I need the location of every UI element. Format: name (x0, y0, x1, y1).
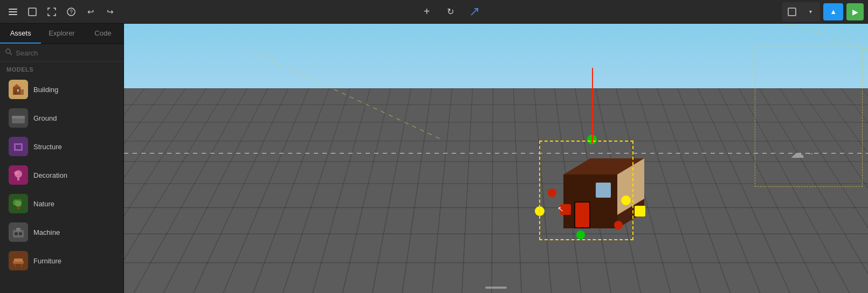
model-item-furniture[interactable]: Furniture (2, 247, 121, 275)
main-area: Assets Explorer Code Models (0, 24, 868, 293)
toolbar: ? ↩ ↪ + ↻ ▾ ▲ ▶ (0, 0, 868, 24)
toolbar-left: ? ↩ ↪ (4, 3, 119, 20)
nature-icon (9, 194, 28, 213)
bottom-resize-handle[interactable] (483, 282, 509, 293)
model-name-decoration: Decoration (33, 171, 67, 179)
svg-rect-35 (20, 264, 23, 267)
view-2d-button[interactable] (783, 3, 801, 20)
add-object-button[interactable]: + (418, 3, 436, 20)
play-icon: ▶ (852, 8, 858, 16)
undo-icon: ↩ (87, 7, 94, 17)
svg-rect-2 (9, 14, 17, 15)
machine-icon (9, 222, 28, 242)
svg-rect-33 (14, 259, 23, 262)
canvas-area[interactable]: ☁ → ↖ (124, 24, 868, 293)
model-name-furniture: Furniture (33, 257, 61, 265)
models-label: Models (0, 62, 123, 75)
model-item-machine[interactable]: Machine (2, 218, 121, 246)
model-list: Building Ground (0, 75, 123, 293)
model-name-building: Building (33, 86, 58, 94)
model-item-ground[interactable]: Ground (2, 104, 121, 132)
svg-rect-34 (14, 264, 16, 267)
svg-rect-7 (788, 8, 796, 16)
model-name-ground: Ground (33, 114, 57, 122)
svg-rect-20 (14, 149, 23, 151)
svg-rect-44 (635, 206, 645, 217)
search-icon (5, 48, 12, 57)
svg-rect-0 (9, 9, 17, 10)
model-name-machine: Machine (33, 228, 60, 236)
svg-rect-31 (16, 228, 20, 231)
svg-rect-16 (12, 116, 25, 118)
y-axis-handle (592, 68, 593, 143)
search-box (0, 44, 123, 62)
building-icon (9, 80, 28, 99)
svg-rect-22 (17, 177, 19, 180)
view-dropdown-button[interactable]: ▾ (802, 3, 819, 20)
arrow-icon: → (807, 149, 814, 158)
play-button[interactable]: ▶ (846, 3, 864, 20)
publish-button[interactable]: ▲ (823, 3, 843, 20)
svg-line-9 (10, 53, 12, 55)
model-item-structure[interactable]: Structure (2, 132, 121, 161)
furniture-icon (9, 251, 28, 270)
view-toggle-group: ▾ (782, 2, 820, 22)
svg-line-6 (471, 9, 478, 15)
tab-assets[interactable]: Assets (0, 24, 41, 44)
svg-rect-3 (29, 8, 36, 16)
toolbar-right: ▾ ▲ ▶ (782, 2, 864, 22)
model-item-decoration[interactable]: Decoration (2, 161, 121, 189)
ground-icon (9, 108, 28, 128)
model-item-building[interactable]: Building (2, 75, 121, 103)
redo-button[interactable]: ↪ (101, 3, 119, 20)
sidebar-tabs: Assets Explorer Code (0, 24, 123, 44)
svg-rect-13 (17, 89, 19, 92)
svg-point-8 (6, 49, 10, 53)
svg-marker-11 (13, 84, 20, 87)
model-name-structure: Structure (33, 143, 62, 151)
large-selection-box (755, 47, 863, 187)
structure-icon (9, 137, 28, 156)
model-name-nature: Nature (33, 200, 54, 208)
toolbar-center: + ↻ (121, 3, 780, 20)
window-button[interactable] (24, 3, 41, 20)
search-input[interactable] (16, 49, 118, 57)
decoration-icon (9, 165, 28, 185)
svg-rect-14 (20, 89, 24, 95)
fullscreen-button[interactable] (43, 3, 60, 20)
model-item-nature[interactable]: Nature (2, 190, 121, 218)
svg-point-26 (15, 200, 22, 207)
help-button[interactable]: ? (63, 3, 80, 20)
sidebar: Assets Explorer Code Models (0, 24, 124, 293)
handle-bar (485, 287, 507, 289)
cloud-icon: ☁ (790, 145, 804, 162)
svg-point-30 (19, 232, 22, 235)
svg-rect-1 (9, 11, 17, 12)
svg-text:?: ? (70, 9, 73, 15)
redo-icon: ↪ (107, 7, 114, 17)
refresh-button[interactable]: ↻ (442, 3, 459, 20)
tab-explorer[interactable]: Explorer (41, 24, 82, 44)
menu-button[interactable] (4, 3, 22, 20)
svg-rect-12 (15, 90, 17, 95)
building-selection-box (539, 141, 633, 240)
undo-button[interactable]: ↩ (82, 3, 99, 20)
tab-code[interactable]: Code (82, 24, 123, 44)
svg-point-29 (15, 232, 18, 235)
move-tool-button[interactable] (466, 3, 483, 20)
publish-icon: ▲ (830, 8, 837, 16)
svg-rect-27 (17, 206, 19, 210)
svg-point-23 (14, 171, 18, 175)
